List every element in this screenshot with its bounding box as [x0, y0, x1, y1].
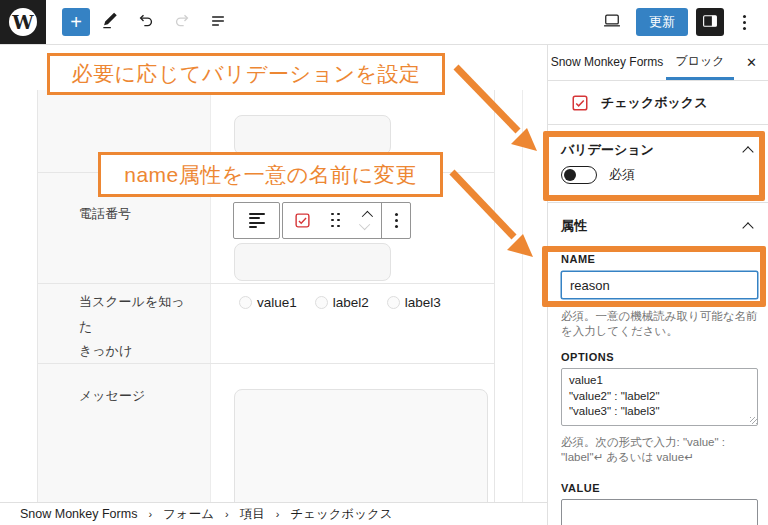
editor-topbar: W + 更新 [0, 0, 768, 45]
block-type-button[interactable] [285, 203, 319, 239]
checkbox-options-preview: value1 label2 label3 [239, 295, 441, 310]
pencil-icon [100, 11, 120, 34]
annotation-callout-validation: 必要に応じてバリデーションを設定 [47, 53, 445, 95]
drag-dots-icon [331, 213, 341, 229]
canvas-edge-divider [522, 90, 523, 525]
preview-button[interactable] [596, 6, 628, 38]
options-field-label: OPTIONS [561, 351, 614, 363]
redo-button[interactable] [166, 6, 198, 38]
list-view-button[interactable] [202, 6, 234, 38]
annotation-callout-name: name属性を一意の名前に変更 [98, 152, 443, 197]
block-card: チェックボックス [548, 81, 768, 125]
more-options-icon [395, 219, 398, 222]
toolbar-divider [381, 203, 382, 239]
options-menu-button[interactable] [732, 8, 756, 36]
text-input-preview[interactable] [234, 115, 391, 155]
block-toolbar-group-parent [233, 202, 280, 239]
name-field-label: NAME [561, 253, 595, 265]
checkbox-block-icon [294, 212, 311, 229]
checkbox-option-label: label2 [333, 295, 369, 310]
message-textarea-preview[interactable] [234, 389, 488, 516]
attributes-panel-header[interactable]: 属性 [561, 217, 756, 235]
breadcrumb-item[interactable]: Snow Monkey Forms [20, 507, 137, 521]
breadcrumb-item[interactable]: 項目 [240, 506, 265, 523]
checkbox-option[interactable]: label2 [315, 295, 369, 310]
name-input[interactable] [561, 271, 758, 299]
value-input[interactable] [561, 499, 758, 525]
attributes-panel-title: 属性 [561, 217, 587, 235]
align-lines-icon [249, 213, 265, 229]
breadcrumb-separator: › [148, 508, 152, 520]
wordpress-menu-button[interactable]: W [0, 0, 46, 44]
edit-mode-button[interactable] [94, 6, 126, 38]
tab-snow-monkey-forms[interactable]: Snow Monkey Forms [548, 45, 666, 80]
checkbox-circle-icon[interactable] [239, 296, 252, 309]
undo-icon [136, 11, 156, 34]
checkbox-option-label: label3 [405, 295, 441, 310]
form-row-school: 当スクールを知った きっかけ value1 label2 label3 [38, 283, 494, 363]
sidebar-panel-icon [701, 12, 719, 33]
settings-sidebar-toggle-button[interactable] [696, 8, 724, 36]
redo-icon [172, 11, 192, 34]
school-label: 当スクールを知った きっかけ [38, 284, 211, 363]
school-label-line2: きっかけ [79, 339, 194, 364]
block-options-button[interactable] [384, 203, 408, 239]
sidebar-tabbar: Snow Monkey Forms ブロック ✕ [548, 45, 768, 81]
breadcrumb-separator: › [225, 508, 229, 520]
more-options-icon [743, 21, 746, 24]
drag-handle[interactable] [319, 203, 353, 239]
wordpress-icon: W [9, 8, 37, 36]
checkbox-circle-icon[interactable] [315, 296, 328, 309]
list-view-icon [208, 11, 228, 34]
breadcrumb: Snow Monkey Forms › フォーム › 項目 › チェックボックス [0, 502, 547, 525]
checkbox-circle-icon[interactable] [387, 296, 400, 309]
block-toolbar-group-main [282, 202, 411, 239]
value-field-label: VALUE [561, 482, 600, 494]
block-mover [353, 211, 379, 230]
required-toggle-row: 必須 [561, 166, 635, 184]
validation-panel-header[interactable]: バリデーション [561, 141, 756, 159]
block-card-title: チェックボックス [601, 94, 707, 112]
form-row-input-cell [211, 364, 494, 525]
laptop-icon [601, 11, 623, 34]
chevron-up-icon [742, 146, 753, 157]
parent-block-button[interactable] [240, 203, 274, 239]
topbar-right-group: 更新 [592, 6, 768, 38]
checkbox-block-icon [571, 94, 589, 112]
options-textarea[interactable]: value1 "value2" : "label2" "value3" : "l… [561, 368, 758, 426]
name-help-text: 必須。一意の機械読み取り可能な名前を入力してください。 [561, 309, 761, 339]
form-row-input-cell: value1 label2 label3 [211, 284, 494, 363]
required-toggle-label: 必須 [609, 166, 635, 184]
breadcrumb-separator: › [276, 508, 280, 520]
message-label: メッセージ [38, 364, 211, 525]
form-row-message: メッセージ [38, 363, 494, 525]
checkbox-option[interactable]: label3 [387, 295, 441, 310]
panel-divider [548, 202, 768, 203]
toggle-knob [564, 169, 576, 181]
editor-canvas: 電話番号 当スクールを知った きっかけ value1 label2 [0, 45, 547, 525]
resize-grip-icon[interactable] [750, 417, 757, 424]
close-sidebar-button[interactable]: ✕ [734, 45, 768, 80]
add-block-button[interactable]: + [62, 8, 90, 36]
breadcrumb-item[interactable]: チェックボックス [290, 506, 392, 523]
update-button[interactable]: 更新 [636, 8, 688, 36]
checkbox-option[interactable]: value1 [239, 295, 297, 310]
options-help-text: 必須。次の形式で入力: "value" : "label"↵ あるいは valu… [561, 435, 761, 465]
validation-panel-title: バリデーション [561, 141, 654, 159]
phone-input-preview[interactable] [234, 243, 391, 281]
required-toggle[interactable] [561, 166, 597, 184]
school-label-line1: 当スクールを知った [79, 290, 194, 339]
block-toolbar [233, 202, 411, 239]
chevron-up-icon [742, 222, 753, 233]
plus-icon: + [70, 11, 82, 33]
close-icon: ✕ [746, 55, 757, 70]
checkbox-option-label: value1 [257, 295, 297, 310]
settings-sidebar: Snow Monkey Forms ブロック ✕ チェックボックス バリデーショ… [547, 45, 768, 525]
tab-block[interactable]: ブロック [666, 45, 734, 80]
breadcrumb-item[interactable]: フォーム [163, 506, 214, 523]
undo-button[interactable] [130, 6, 162, 38]
